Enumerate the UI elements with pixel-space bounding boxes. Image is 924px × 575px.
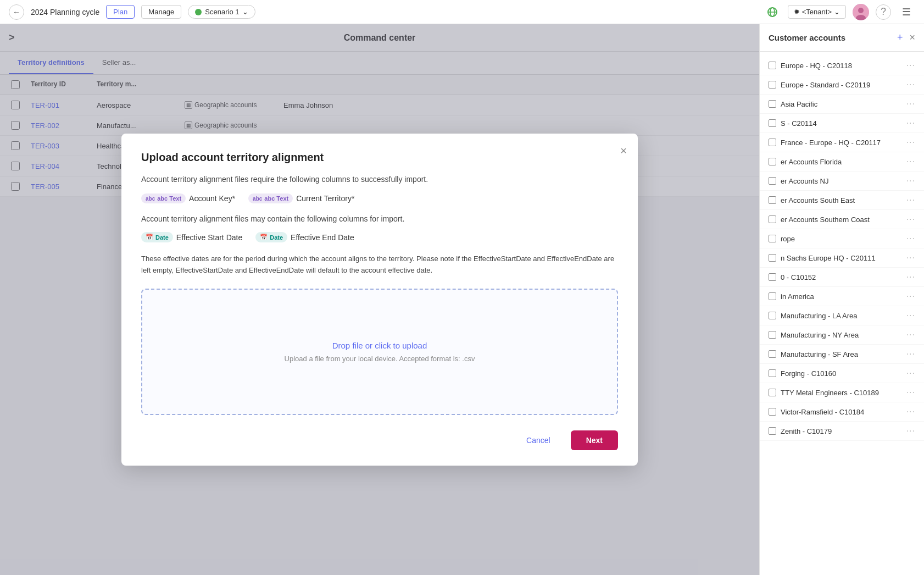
list-item[interactable]: S - C20114 ··· [760,114,924,133]
item-more-icon[interactable]: ··· [906,157,915,167]
item-icon [769,119,776,127]
item-label: n Sachs Europe HQ - C20111 [781,254,876,262]
item-label: France - Europe - HQ - C20117 [781,139,881,147]
left-panel: > Command center Territory definitions S… [0,24,759,575]
end-date-label: Effective End Date [291,233,354,242]
back-button[interactable]: ← [9,4,24,20]
item-label: in America [781,292,814,301]
list-item[interactable]: France - Europe - HQ - C20117 ··· [760,133,924,152]
right-panel-close-button[interactable]: × [909,32,915,43]
item-label: Zenith - C10179 [781,427,832,435]
plan-button[interactable]: Plan [106,5,135,19]
list-item[interactable]: Victor-Ramsfield - C10184 ··· [760,402,924,422]
item-more-icon[interactable]: ··· [906,349,915,359]
item-more-icon[interactable]: ··· [906,60,915,70]
item-icon [769,408,776,416]
tenant-chevron-icon: ⌄ [834,8,840,16]
scenario-selector[interactable]: Scenario 1 ⌄ [188,5,255,19]
list-item[interactable]: Europe - Standard - C20119 ··· [760,75,924,95]
end-date-badge-label: Date [270,234,283,241]
item-label: er Accounts NJ [781,177,828,185]
item-label: rope [781,235,795,243]
item-more-icon[interactable]: ··· [906,176,915,186]
tenant-label: <Tenant> [802,8,832,16]
item-icon [769,100,776,108]
item-more-icon[interactable]: ··· [906,253,915,263]
list-item[interactable]: Asia Pacific ··· [760,95,924,114]
list-item[interactable]: Manufacturing - NY Area ··· [760,325,924,345]
item-icon [769,158,776,165]
item-icon [769,331,776,339]
item-label: Manufacturing - SF Area [781,350,858,358]
tenant-selector[interactable]: ✹ <Tenant> ⌄ [788,5,846,19]
modal-close-button[interactable]: × [620,145,627,157]
manage-button[interactable]: Manage [141,5,181,19]
item-more-icon[interactable]: ··· [906,426,915,436]
user-avatar[interactable] [853,4,869,20]
help-button[interactable]: ? [876,4,891,20]
list-item[interactable]: n Sachs Europe HQ - C20111 ··· [760,248,924,268]
list-item[interactable]: TTY Metal Engineers - C10189 ··· [760,383,924,402]
account-key-badge: abc abc Text [141,193,186,203]
nav-title: 2024 Planning cycle [31,8,99,16]
item-more-icon[interactable]: ··· [906,195,915,205]
list-item[interactable]: Manufacturing - SF Area ··· [760,345,924,364]
item-more-icon[interactable]: ··· [906,272,915,282]
upload-area[interactable]: Drop file or click to upload Upload a fi… [141,289,618,415]
right-panel-list: Europe - HQ - C20118 ··· Europe - Standa… [760,52,924,575]
item-icon [769,369,776,377]
item-more-icon[interactable]: ··· [906,291,915,301]
svg-point-4 [858,8,864,13]
abc-text-icon: abc [146,196,155,202]
item-more-icon[interactable]: ··· [906,388,915,397]
item-label: Europe - Standard - C20119 [781,81,870,89]
item-label: Europe - HQ - C20118 [781,62,852,70]
globe-icon[interactable] [764,3,781,21]
list-item[interactable]: er Accounts Florida ··· [760,152,924,172]
current-territory-label: Current Territory* [296,194,354,203]
item-more-icon[interactable]: ··· [906,407,915,417]
account-key-label: Account Key* [189,194,235,203]
cancel-button[interactable]: Cancel [513,430,564,450]
column-badge-current-territory: abc abc Text Current Territory* [248,193,354,203]
abc-text-icon2: abc [253,196,262,202]
menu-button[interactable]: ☰ [898,3,915,21]
item-label: Asia Pacific [781,100,817,108]
item-more-icon[interactable]: ··· [906,118,915,128]
modal-optional-desc: Account territory alignment files may co… [141,214,618,223]
item-label: Forging - C10160 [781,369,836,378]
upload-modal: × Upload account territory alignment Acc… [121,134,638,466]
right-panel-add-button[interactable]: + [897,32,903,43]
list-item[interactable]: Zenith - C10179 ··· [760,422,924,441]
scenario-chevron-icon: ⌄ [242,8,248,16]
item-more-icon[interactable]: ··· [906,368,915,378]
list-item[interactable]: Europe - HQ - C20118 ··· [760,56,924,75]
next-button[interactable]: Next [571,430,618,450]
list-item[interactable]: Manufacturing - LA Area ··· [760,306,924,325]
item-icon [769,312,776,319]
item-label: TTY Metal Engineers - C10189 [781,389,879,397]
item-more-icon[interactable]: ··· [906,330,915,340]
list-item[interactable]: in America ··· [760,287,924,306]
list-item[interactable]: er Accounts NJ ··· [760,172,924,191]
list-item[interactable]: rope ··· [760,229,924,248]
item-more-icon[interactable]: ··· [906,214,915,224]
item-icon [769,427,776,435]
right-panel-title: Customer accounts [769,33,845,42]
modal-title: Upload account territory alignment [141,151,618,164]
item-icon [769,215,776,223]
item-icon [769,62,776,69]
list-item[interactable]: Forging - C10160 ··· [760,364,924,383]
item-label: Manufacturing - NY Area [781,331,859,339]
item-more-icon[interactable]: ··· [906,99,915,109]
item-more-icon[interactable]: ··· [906,137,915,147]
tenant-icon: ✹ [794,8,800,16]
item-icon [769,292,776,300]
item-more-icon[interactable]: ··· [906,80,915,90]
list-item[interactable]: 0 - C10152 ··· [760,268,924,287]
item-more-icon[interactable]: ··· [906,311,915,320]
item-more-icon[interactable]: ··· [906,234,915,244]
list-item[interactable]: er Accounts Southern Coast ··· [760,210,924,229]
item-icon [769,273,776,281]
list-item[interactable]: er Accounts South East ··· [760,191,924,210]
